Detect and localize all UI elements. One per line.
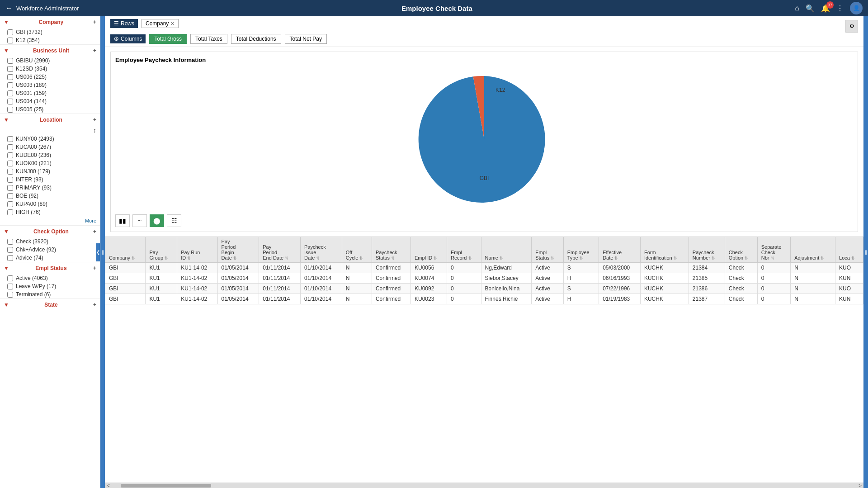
cb-us003[interactable] xyxy=(7,82,13,88)
cb-k12sd[interactable] xyxy=(7,66,13,72)
company-chip-remove[interactable]: ✕ xyxy=(170,21,175,27)
sort-name[interactable]: ⇅ xyxy=(500,256,503,261)
avatar[interactable]: 👤 xyxy=(850,2,863,14)
sidebar-item-kude00[interactable]: KUDE00 (236) xyxy=(0,151,100,159)
sort-issuedate[interactable]: ⇅ xyxy=(316,256,320,261)
cb-kupa00[interactable] xyxy=(7,201,13,207)
cb-us001[interactable] xyxy=(7,90,13,96)
company-add-icon[interactable]: + xyxy=(93,19,96,25)
sidebar-item-us003[interactable]: US003 (189) xyxy=(0,81,100,89)
business-unit-header[interactable]: ▼ Business Unit + xyxy=(0,45,100,57)
sidebar-item-boe[interactable]: BOE (92) xyxy=(0,192,100,200)
sort-sepcheck[interactable]: ⇅ xyxy=(771,256,774,261)
horizontal-scrollbar[interactable]: < > xyxy=(105,483,863,488)
search-button[interactable]: 🔍 xyxy=(806,4,815,13)
scroll-right-arrow[interactable]: > xyxy=(857,483,863,488)
th-pay-run-id[interactable]: Pay RunID ⇅ xyxy=(177,237,217,263)
sidebar-item-gbi[interactable]: GBI (3732) xyxy=(0,28,100,36)
cb-gbibu[interactable] xyxy=(7,58,13,64)
cb-inter[interactable] xyxy=(7,177,13,183)
th-employee-type[interactable]: EmployeeType ⇅ xyxy=(563,237,599,263)
sidebar-item-check[interactable]: Check (3920) xyxy=(0,237,100,246)
settings-button[interactable]: ⚙ xyxy=(845,20,858,33)
total-net-pay-button[interactable]: Total Net Pay xyxy=(285,34,327,44)
sort-payrunid[interactable]: ⇅ xyxy=(187,256,191,261)
location-sort-icon[interactable]: ↕ xyxy=(93,127,96,134)
th-empl-record[interactable]: EmplRecord ⇅ xyxy=(447,237,481,263)
pie-chart-button[interactable]: ⬤ xyxy=(150,214,164,227)
state-header[interactable]: ▼ State + xyxy=(0,299,100,311)
back-arrow-icon[interactable]: ← xyxy=(5,4,13,12)
empl-status-header[interactable]: ▼ Empl Status + xyxy=(0,262,100,274)
cb-kuny00[interactable] xyxy=(7,136,13,142)
th-begin-date[interactable]: PayPeriodBeginDate ⇅ xyxy=(217,237,259,263)
th-off-cycle[interactable]: OffCycle ⇅ xyxy=(342,237,372,263)
bar-chart-button[interactable]: ▮▮ xyxy=(115,214,130,227)
sort-checkoption[interactable]: ⇅ xyxy=(745,256,748,261)
th-loca[interactable]: Loca ⇅ xyxy=(835,237,863,263)
cb-active[interactable] xyxy=(7,275,13,281)
st-add-icon[interactable]: + xyxy=(93,302,96,308)
sort-company[interactable]: ⇅ xyxy=(132,256,135,261)
th-check-option[interactable]: CheckOption ⇅ xyxy=(725,237,757,263)
th-paycheck-nbr[interactable]: PaycheckNumber ⇅ xyxy=(689,237,725,263)
sidebar-item-kunj00[interactable]: KUNJ00 (179) xyxy=(0,167,100,175)
home-button[interactable]: ⌂ xyxy=(795,4,799,12)
sidebar-item-kupa00[interactable]: KUPA00 (89) xyxy=(0,200,100,208)
th-issue-date[interactable]: PaycheckIssueDate ⇅ xyxy=(301,237,342,263)
sort-emptype[interactable]: ⇅ xyxy=(580,256,583,261)
sidebar-collapse-left[interactable]: ❮ xyxy=(96,243,100,261)
cb-kuok00[interactable] xyxy=(7,161,13,166)
th-pay-group[interactable]: PayGroup ⇅ xyxy=(146,237,177,263)
scroll-thumb[interactable] xyxy=(121,484,211,488)
total-taxes-button[interactable]: Total Taxes xyxy=(190,34,227,44)
notifications[interactable]: 🔔 37 xyxy=(821,4,830,13)
sidebar-item-us005[interactable]: US005 (25) xyxy=(0,105,100,114)
sidebar-item-us001[interactable]: US001 (159) xyxy=(0,89,100,97)
sidebar-item-kuok00[interactable]: KUOK00 (221) xyxy=(0,159,100,167)
cb-kude00[interactable] xyxy=(7,152,13,158)
co-add-icon[interactable]: + xyxy=(93,228,96,235)
sidebar-item-terminated[interactable]: Terminated (6) xyxy=(0,290,100,298)
cb-boe[interactable] xyxy=(7,193,13,199)
checkbox-k12[interactable] xyxy=(7,38,13,43)
bu-add-icon[interactable]: + xyxy=(93,47,96,54)
company-chip[interactable]: Company ✕ xyxy=(142,19,179,28)
location-more[interactable]: More xyxy=(0,216,100,225)
checkbox-gbi[interactable] xyxy=(7,29,13,35)
sort-loca[interactable]: ⇅ xyxy=(851,256,855,261)
cb-us004[interactable] xyxy=(7,99,13,104)
th-adjustment[interactable]: Adjustment ⇅ xyxy=(791,237,835,263)
cb-advice[interactable] xyxy=(7,255,13,261)
sort-enddate[interactable]: ⇅ xyxy=(285,256,288,261)
sidebar-item-high[interactable]: HIGH (76) xyxy=(0,208,100,216)
line-chart-button[interactable]: ~ xyxy=(132,214,147,227)
th-name[interactable]: Name ⇅ xyxy=(481,237,532,263)
th-end-date[interactable]: PayPeriodEnd Date ⇅ xyxy=(259,237,301,263)
es-add-icon[interactable]: + xyxy=(93,265,96,271)
cb-kunj00[interactable] xyxy=(7,169,13,175)
sort-paygroup[interactable]: ⇅ xyxy=(165,256,168,261)
cb-primary[interactable] xyxy=(7,185,13,191)
sidebar-item-us004[interactable]: US004 (144) xyxy=(0,97,100,105)
company-section-header[interactable]: ▼ Company + xyxy=(0,16,100,28)
sidebar-item-leavewpy[interactable]: Leave W/Py (17) xyxy=(0,282,100,290)
sidebar-item-k12[interactable]: K12 (354) xyxy=(0,36,100,44)
total-deductions-button[interactable]: Total Deductions xyxy=(231,34,281,44)
th-empl-id[interactable]: Empl ID ⇅ xyxy=(411,237,447,263)
table-chart-button[interactable]: ☷ xyxy=(167,214,181,227)
sidebar-item-kuny00[interactable]: KUNY00 (2493) xyxy=(0,135,100,143)
sidebar-item-advice[interactable]: Advice (74) xyxy=(0,254,100,262)
sort-begindate[interactable]: ⇅ xyxy=(233,256,237,261)
cb-high[interactable] xyxy=(7,209,13,215)
sidebar-item-kuca00[interactable]: KUCA00 (267) xyxy=(0,143,100,151)
sidebar-item-k12sd[interactable]: K12SD (354) xyxy=(0,65,100,73)
sidebar-item-gbibu[interactable]: GBIBU (2990) xyxy=(0,57,100,65)
sort-paycheckstatus[interactable]: ⇅ xyxy=(391,256,395,261)
cb-leavewpy[interactable] xyxy=(7,284,13,289)
sort-effdate[interactable]: ⇅ xyxy=(614,256,618,261)
sort-emplrecord[interactable]: ⇅ xyxy=(468,256,472,261)
sidebar-item-us006[interactable]: US006 (225) xyxy=(0,73,100,81)
right-resize-handle[interactable]: ∥ xyxy=(863,16,868,488)
sidebar-item-active[interactable]: Active (4063) xyxy=(0,274,100,282)
